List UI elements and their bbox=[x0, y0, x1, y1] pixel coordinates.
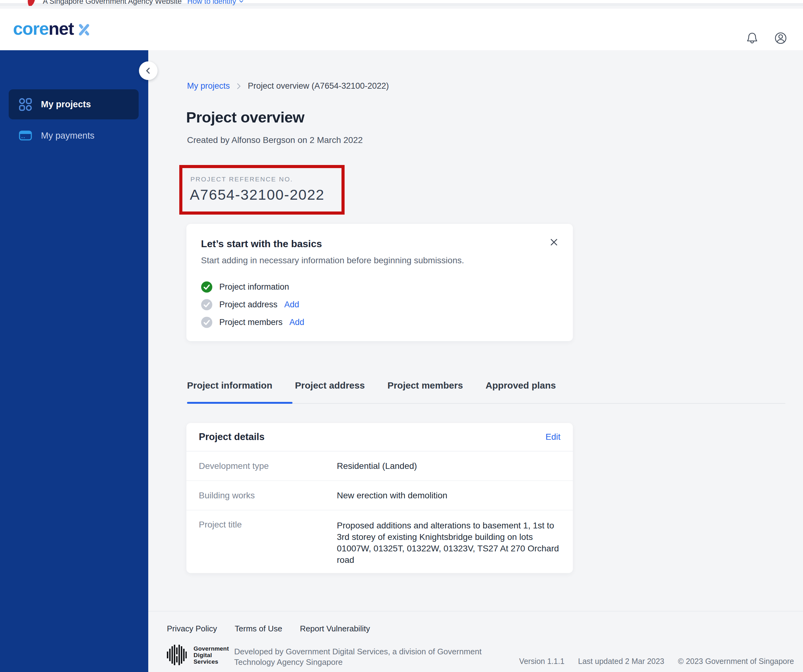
overview-tabs: Project information Project address Proj… bbox=[187, 380, 556, 391]
checklist-item-label: Project information bbox=[219, 282, 289, 292]
table-row: Development type Residential (Landed) bbox=[186, 451, 573, 481]
chevron-left-icon bbox=[144, 66, 153, 75]
row-value: New erection with demolition bbox=[337, 490, 447, 501]
app-header: corenet bbox=[0, 9, 803, 50]
logo-x-icon bbox=[76, 22, 91, 37]
checklist-item-project-information: Project information bbox=[201, 281, 304, 292]
gds-line: Services bbox=[193, 658, 229, 665]
basics-checklist: Project information Project address Add bbox=[201, 281, 304, 328]
check-circle-pending-icon bbox=[201, 317, 213, 328]
last-updated-text: Last updated 2 Mar 2023 bbox=[578, 657, 664, 666]
sidebar-item-my-projects[interactable]: My projects bbox=[9, 89, 139, 119]
version-text: Version 1.1.1 bbox=[519, 657, 564, 666]
sidebar-item-my-payments[interactable]: My payments bbox=[9, 125, 139, 146]
checklist-item-label: Project address bbox=[219, 300, 278, 310]
active-tab-underline bbox=[187, 402, 293, 404]
lion-crest-icon bbox=[26, 0, 37, 6]
basics-card-subtitle: Start adding in necessary information be… bbox=[201, 255, 464, 265]
tab-approved-plans[interactable]: Approved plans bbox=[486, 380, 556, 391]
basics-card-title: Let’s start with the basics bbox=[201, 238, 322, 250]
project-reference-value: A7654-32100-2022 bbox=[190, 186, 324, 203]
sidebar-collapse-button[interactable] bbox=[139, 62, 158, 80]
chevron-right-icon bbox=[236, 82, 242, 90]
close-icon[interactable] bbox=[548, 236, 560, 248]
sidebar-item-label: My projects bbox=[41, 99, 91, 109]
copyright-text: © 2023 Government of Singapore bbox=[678, 657, 794, 666]
terms-of-use-link[interactable]: Terms of Use bbox=[235, 624, 282, 633]
check-circle-pending-icon bbox=[201, 299, 213, 310]
check-circle-done-icon bbox=[201, 281, 213, 293]
project-details-title: Project details bbox=[199, 431, 265, 443]
gds-line: Digital bbox=[193, 652, 229, 658]
project-reference-label: PROJECT REFERENCE NO. bbox=[190, 175, 293, 183]
notifications-bell-icon[interactable] bbox=[745, 31, 759, 45]
corenetx-logo[interactable]: corenet bbox=[13, 20, 91, 37]
report-vulnerability-link[interactable]: Report Vulnerability bbox=[300, 624, 370, 633]
logo-core-text: core bbox=[13, 19, 49, 39]
tab-project-address[interactable]: Project address bbox=[295, 380, 365, 391]
edit-project-details-link[interactable]: Edit bbox=[546, 432, 561, 442]
tab-project-members[interactable]: Project members bbox=[387, 380, 463, 391]
page-title: Project overview bbox=[186, 109, 304, 126]
table-row: Project title Proposed additions and alt… bbox=[186, 510, 573, 573]
project-reference-highlight-box: PROJECT REFERENCE NO. A7654-32100-2022 bbox=[179, 165, 345, 214]
checklist-item-project-members: Project members Add bbox=[201, 317, 304, 328]
corenetx-app: A Singapore Government Agency Website Ho… bbox=[0, 0, 803, 672]
sidebar: My projects My payments bbox=[0, 50, 148, 672]
row-label: Development type bbox=[199, 461, 337, 471]
account-user-icon[interactable] bbox=[774, 31, 788, 45]
footer: Privacy Policy Terms of Use Report Vulne… bbox=[148, 611, 803, 672]
gov-banner-text: A Singapore Government Agency Website bbox=[43, 0, 182, 6]
gds-barcode-icon bbox=[167, 644, 187, 666]
add-project-address-link[interactable]: Add bbox=[284, 300, 299, 310]
breadcrumb: My projects Project overview (A7654-3210… bbox=[187, 81, 389, 91]
row-label: Building works bbox=[199, 490, 337, 500]
gds-line: Government bbox=[193, 645, 229, 652]
payments-card-icon bbox=[19, 129, 32, 142]
add-project-members-link[interactable]: Add bbox=[289, 318, 304, 327]
checklist-item-label: Project members bbox=[219, 318, 283, 327]
breadcrumb-current: Project overview (A7654-32100-2022) bbox=[248, 81, 389, 91]
sidebar-item-label: My payments bbox=[41, 131, 94, 141]
how-to-identify-link[interactable]: How to identify bbox=[187, 0, 244, 6]
projects-grid-icon bbox=[19, 98, 32, 111]
privacy-policy-link[interactable]: Privacy Policy bbox=[167, 624, 217, 633]
basics-card: Let’s start with the basics Start adding… bbox=[186, 224, 573, 341]
table-row: Building works New erection with demolit… bbox=[186, 481, 573, 510]
row-value: Residential (Landed) bbox=[337, 460, 417, 472]
developed-by-text: Developed by Government Digital Services… bbox=[234, 646, 482, 667]
checklist-item-project-address: Project address Add bbox=[201, 299, 304, 310]
row-value: Proposed additions and alterations to ba… bbox=[337, 520, 560, 566]
breadcrumb-my-projects[interactable]: My projects bbox=[187, 81, 230, 91]
gov-banner: A Singapore Government Agency Website Ho… bbox=[0, 0, 803, 6]
chevron-down-icon bbox=[239, 0, 244, 4]
project-details-card: Project details Edit Development type Re… bbox=[186, 423, 573, 573]
page-subtitle: Created by Alfonso Bergson on 2 March 20… bbox=[187, 135, 363, 145]
gds-logo: Government Digital Services bbox=[167, 644, 229, 666]
tab-project-information[interactable]: Project information bbox=[187, 380, 272, 391]
logo-net-text: net bbox=[49, 19, 73, 39]
row-label: Project title bbox=[199, 520, 337, 530]
